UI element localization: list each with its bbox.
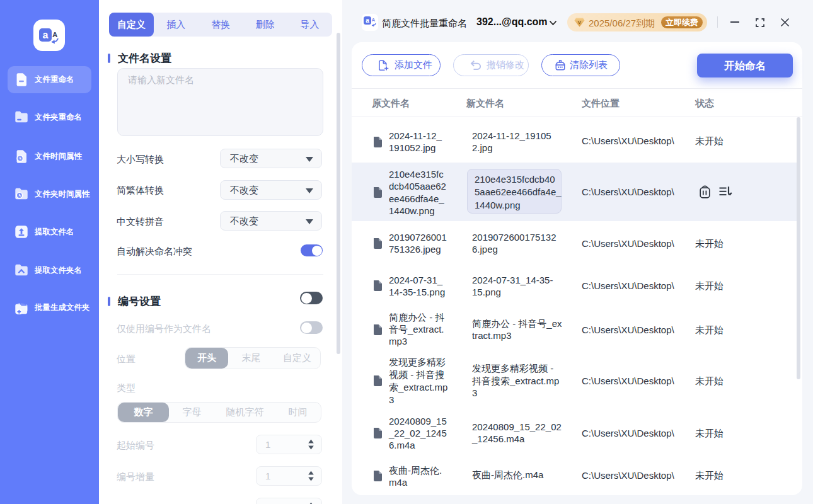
svg-text:V: V bbox=[578, 20, 582, 25]
